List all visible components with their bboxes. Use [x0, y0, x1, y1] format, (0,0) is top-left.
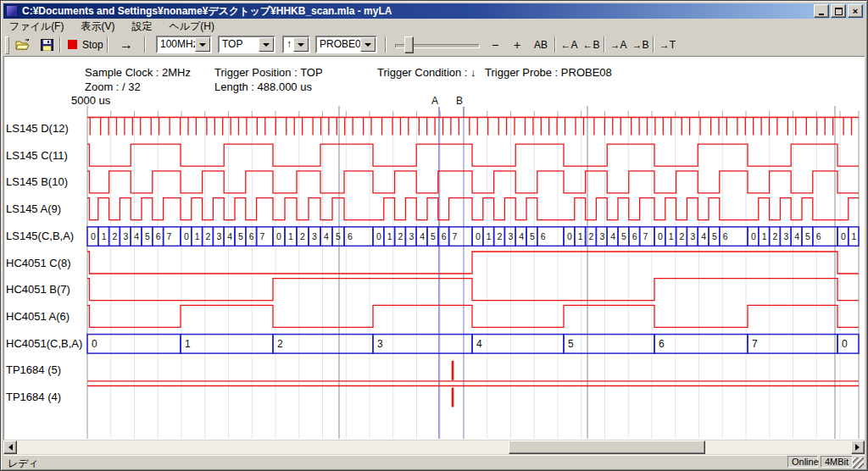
cursor-b-line[interactable]: B	[463, 107, 465, 439]
cursor-a-label: A	[431, 95, 438, 107]
scroll-right-button[interactable]	[851, 441, 865, 454]
cursor-b-label: B	[456, 95, 463, 107]
status-memory-panel: 4MBit	[821, 456, 853, 468]
scroll-left-button[interactable]	[3, 441, 17, 454]
cursor-a-line[interactable]: A	[438, 107, 440, 439]
scrollbar-thumb[interactable]	[509, 441, 705, 454]
status-ready-text: レディ	[8, 457, 39, 471]
status-online-panel: Online	[787, 456, 818, 468]
cursor-layer: AB	[0, 0, 868, 471]
horizontal-scrollbar[interactable]	[3, 441, 865, 454]
status-bar: レディ Online 4MBit	[3, 455, 865, 469]
resize-grip-icon[interactable]	[853, 457, 864, 468]
